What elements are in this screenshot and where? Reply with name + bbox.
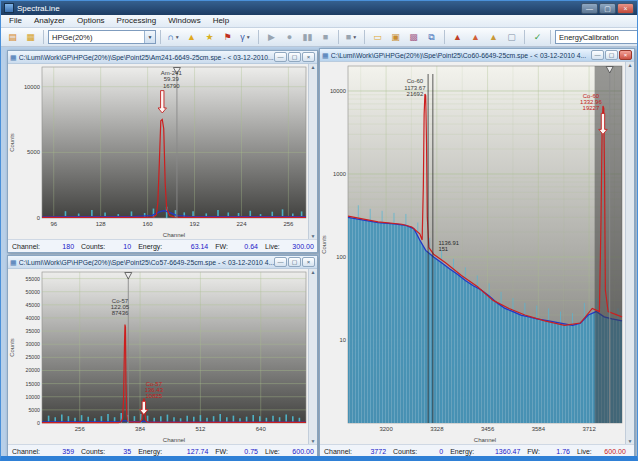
spectrum-chart-co57[interactable]: Co-57122.0587436Co-57136.431082525638451… — [8, 269, 308, 444]
app-title: SpectraLine — [17, 4, 581, 13]
window-close-button[interactable]: × — [619, 50, 632, 60]
toolbar-separator — [444, 30, 445, 44]
peak-flag-button[interactable]: ⚑ — [219, 29, 236, 45]
mdi-area: ▦ C:\Lumi\Work\GP\HPGe(20%)\Spe\Point25\… — [1, 47, 637, 456]
menu-options[interactable]: Options — [71, 15, 111, 27]
status-label: Energy: — [138, 243, 162, 250]
export-image-button[interactable]: ▩ — [405, 29, 422, 45]
window-minimize-button[interactable]: — — [274, 257, 287, 267]
spectrum-doc-icon: ▦ — [322, 52, 329, 59]
copy-clipboard-button[interactable]: ⧉ — [423, 29, 440, 45]
app-maximize-button[interactable]: ▢ — [599, 3, 616, 14]
calibration-apply-button[interactable]: ✓ — [529, 29, 546, 45]
peak-mark-icon: ▲ — [187, 32, 196, 42]
copy-clipboard-icon: ⧉ — [428, 32, 434, 43]
status-value: 1.76 — [540, 448, 570, 455]
window-titlebar[interactable]: ▦ C:\Lumi\Work\GP\HPGe(20%)\Spe\Point25\… — [8, 256, 317, 269]
menu-help[interactable]: Help — [207, 15, 235, 27]
peak-fit-multi-icon: ▲ — [471, 32, 480, 42]
status-value: 10 — [105, 243, 131, 250]
svg-text:45000: 45000 — [26, 302, 41, 308]
svg-text:Channel: Channel — [163, 232, 185, 238]
status-label: FW: — [527, 448, 540, 455]
peak-erase-button[interactable]: ▲ — [485, 29, 502, 45]
window-close-button[interactable]: × — [302, 257, 315, 267]
stop-button[interactable]: ■ — [317, 29, 334, 45]
status-label: Channel: — [12, 448, 40, 455]
window-layout-button[interactable]: ▢ — [503, 29, 520, 45]
svg-text:Co-57136.4310825: Co-57136.4310825 — [145, 381, 164, 400]
scroll-up-icon[interactable]: ▲ — [311, 269, 316, 275]
svg-text:Co-57122.0587436: Co-57122.0587436 — [111, 298, 130, 317]
svg-text:3456: 3456 — [481, 426, 495, 432]
menu-analyzer[interactable]: Analyzer — [28, 15, 71, 27]
menu-windows[interactable]: Windows — [162, 15, 206, 27]
start-acquisition-button[interactable]: ▶ — [263, 29, 280, 45]
app-close-button[interactable]: × — [617, 3, 634, 14]
scroll-up-icon[interactable]: ▲ — [311, 64, 316, 70]
stop-all-button[interactable]: ■▼ — [343, 29, 360, 45]
window-titlebar[interactable]: ▦ C:\Lumi\Work\GP\HPGe(20%)\Spe\Point25\… — [320, 49, 634, 62]
svg-text:Co-601173.6721692: Co-601173.6721692 — [404, 78, 426, 97]
spectrum-chart-am241[interactable]: Am-24159.3916790961281601922242560500010… — [8, 64, 308, 239]
chart-scrollbar[interactable]: ▲ ▼ — [308, 269, 317, 444]
svg-text:25000: 25000 — [26, 354, 41, 360]
peak-search-icon: ∩ — [167, 32, 173, 42]
app-window: SpectraLine — ▢ × FileAnalyzerOptionsPro… — [0, 0, 638, 461]
svg-text:Counts: Counts — [9, 338, 15, 356]
gamma-analysis-button[interactable]: γ▼ — [237, 29, 254, 45]
peak-star-icon: ★ — [205, 32, 213, 42]
scroll-down-icon[interactable]: ▼ — [311, 233, 316, 239]
detector-select[interactable]: HPGe(20%)▼ — [48, 30, 156, 44]
peak-search-button[interactable]: ∩▼ — [165, 29, 182, 45]
record-button[interactable]: ● — [281, 29, 298, 45]
menu-processing[interactable]: Processing — [111, 15, 163, 27]
scroll-down-icon[interactable]: ▼ — [311, 438, 316, 444]
app-icon — [4, 3, 14, 13]
svg-text:128: 128 — [96, 221, 107, 227]
window-maximize-button[interactable]: ▢ — [605, 50, 618, 60]
svg-text:10000: 10000 — [330, 88, 346, 94]
app-titlebar[interactable]: SpectraLine — ▢ × — [1, 1, 637, 15]
window-close-button[interactable]: × — [302, 52, 315, 62]
peak-flag-icon: ⚑ — [223, 32, 231, 42]
spectra-list-button[interactable]: ▤ — [4, 29, 21, 45]
status-value: 63.14 — [162, 243, 208, 250]
chart-scrollbar[interactable]: ▲ ▼ — [308, 64, 317, 239]
toolbar-separator — [43, 30, 44, 44]
data-table-button[interactable]: ▦ — [22, 29, 39, 45]
window-titlebar[interactable]: ▦ C:\Lumi\Work\GP\HPGe(20%)\Spe\Point25\… — [8, 51, 317, 64]
record-icon: ● — [287, 32, 292, 42]
chart-scrollbar[interactable]: ▲ ▼ — [625, 62, 634, 444]
menu-file[interactable]: File — [3, 15, 28, 27]
peak-erase-icon: ▲ — [489, 32, 498, 42]
status-label: Channel: — [324, 448, 352, 455]
window-maximize-button[interactable]: ▢ — [288, 52, 301, 62]
calibration-select[interactable]: EnergyCalibration▼ — [555, 30, 638, 44]
open-file-icon: ▭ — [373, 32, 382, 42]
svg-text:50000: 50000 — [26, 289, 41, 295]
chevron-down-icon: ▼ — [246, 34, 251, 40]
spectrum-chart-co60[interactable]: Co-601173.6721692Co-601332.96192271136.9… — [320, 62, 625, 444]
svg-text:1000: 1000 — [333, 171, 346, 177]
peak-star-button[interactable]: ★ — [201, 29, 218, 45]
window-minimize-button[interactable]: — — [274, 52, 287, 62]
app-minimize-button[interactable]: — — [581, 3, 598, 14]
peak-mark-button[interactable]: ▲ — [183, 29, 200, 45]
open-file-button[interactable]: ▭ — [369, 29, 386, 45]
save-file-button[interactable]: ▣ — [387, 29, 404, 45]
scroll-down-icon[interactable]: ▼ — [628, 438, 633, 444]
chevron-down-icon[interactable]: ▼ — [144, 31, 155, 43]
window-maximize-button[interactable]: ▢ — [288, 257, 301, 267]
pause-button[interactable]: ▮▮ — [299, 29, 316, 45]
peak-fit-button[interactable]: ▲ — [449, 29, 466, 45]
spectrum-doc-icon: ▦ — [10, 54, 17, 61]
svg-text:384: 384 — [135, 426, 146, 432]
svg-text:15000: 15000 — [26, 381, 41, 387]
toolbar-separator — [338, 30, 339, 44]
peak-fit-multi-button[interactable]: ▲ — [467, 29, 484, 45]
svg-text:40000: 40000 — [26, 315, 41, 321]
svg-text:0: 0 — [37, 215, 40, 221]
scroll-up-icon[interactable]: ▲ — [628, 62, 633, 68]
window-minimize-button[interactable]: — — [591, 50, 604, 60]
